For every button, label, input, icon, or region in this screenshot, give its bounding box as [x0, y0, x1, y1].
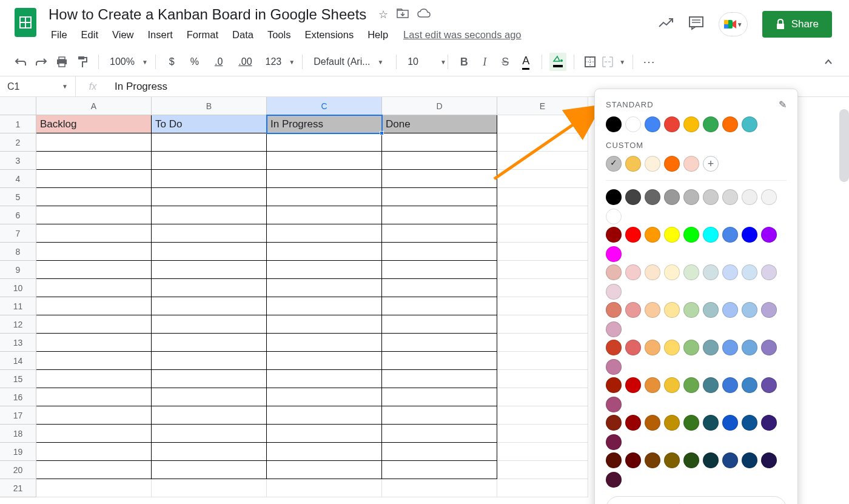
color-swatch[interactable]: [722, 264, 738, 280]
select-all-corner[interactable]: [0, 97, 36, 115]
color-swatch[interactable]: [761, 264, 777, 280]
color-swatch[interactable]: [606, 452, 622, 468]
color-swatch[interactable]: [606, 434, 622, 450]
color-swatch[interactable]: [664, 156, 680, 172]
color-swatch[interactable]: [703, 340, 719, 355]
color-swatch[interactable]: [742, 189, 757, 205]
color-swatch[interactable]: [761, 452, 777, 468]
cell[interactable]: [497, 261, 588, 279]
cell[interactable]: Done: [382, 115, 497, 133]
print-button[interactable]: [53, 53, 70, 71]
cell[interactable]: [36, 443, 152, 461]
color-swatch[interactable]: [683, 227, 699, 243]
cell[interactable]: [267, 243, 382, 261]
cloud-icon[interactable]: [417, 8, 431, 21]
cell[interactable]: [382, 152, 497, 170]
color-swatch[interactable]: [742, 415, 757, 431]
color-swatch[interactable]: [645, 116, 660, 132]
cell[interactable]: [36, 243, 152, 261]
zoom-select[interactable]: 100%▼: [106, 56, 148, 67]
color-swatch[interactable]: [742, 302, 757, 318]
fill-color-button[interactable]: [549, 53, 566, 71]
color-swatch[interactable]: [625, 415, 641, 431]
cell[interactable]: [497, 370, 588, 388]
color-swatch[interactable]: [606, 359, 622, 375]
cell[interactable]: [267, 224, 382, 243]
cell[interactable]: [267, 479, 382, 497]
cell[interactable]: [267, 352, 382, 370]
cell[interactable]: [267, 388, 382, 406]
row-header[interactable]: 5: [0, 188, 36, 206]
color-swatch[interactable]: [625, 156, 641, 172]
cell[interactable]: [36, 425, 152, 443]
cell[interactable]: [382, 133, 497, 152]
color-swatch[interactable]: [683, 302, 699, 318]
cell[interactable]: To Do: [152, 115, 267, 133]
cell[interactable]: [36, 224, 152, 243]
color-swatch[interactable]: [606, 415, 622, 431]
menu-view[interactable]: View: [106, 27, 139, 43]
color-swatch[interactable]: [645, 264, 660, 280]
cell[interactable]: [497, 352, 588, 370]
color-swatch[interactable]: [703, 452, 719, 468]
vertical-scrollbar[interactable]: [839, 109, 849, 182]
color-swatch[interactable]: [664, 189, 680, 205]
text-color-button[interactable]: A: [517, 53, 534, 71]
cell[interactable]: [382, 334, 497, 352]
cell[interactable]: [382, 352, 497, 370]
color-swatch[interactable]: [683, 377, 699, 393]
color-swatch[interactable]: [742, 227, 757, 243]
cell[interactable]: [497, 243, 588, 261]
cell[interactable]: [382, 279, 497, 297]
cell[interactable]: [382, 206, 497, 224]
color-swatch[interactable]: [761, 415, 777, 431]
color-swatch[interactable]: [722, 227, 738, 243]
cell[interactable]: [267, 461, 382, 479]
cell[interactable]: [497, 461, 588, 479]
cell[interactable]: Backlog: [36, 115, 152, 133]
cell[interactable]: [152, 425, 267, 443]
color-swatch[interactable]: [683, 189, 699, 205]
share-button[interactable]: Share: [762, 11, 832, 38]
color-swatch[interactable]: [645, 156, 660, 172]
row-header[interactable]: 19: [0, 443, 36, 461]
color-swatch[interactable]: [703, 302, 719, 318]
cell[interactable]: [36, 461, 152, 479]
cell[interactable]: [152, 315, 267, 334]
cell[interactable]: [152, 243, 267, 261]
color-swatch[interactable]: [761, 189, 777, 205]
color-swatch[interactable]: [664, 264, 680, 280]
color-swatch[interactable]: [703, 264, 719, 280]
color-swatch[interactable]: [606, 340, 622, 355]
cell[interactable]: [497, 406, 588, 425]
menu-insert[interactable]: Insert: [142, 27, 179, 43]
row-header[interactable]: 12: [0, 315, 36, 334]
cell[interactable]: [267, 425, 382, 443]
cell[interactable]: [497, 115, 588, 133]
row-header[interactable]: 16: [0, 388, 36, 406]
menu-help[interactable]: Help: [361, 27, 394, 43]
cell[interactable]: [36, 188, 152, 206]
menu-tools[interactable]: Tools: [261, 27, 297, 43]
cell[interactable]: [36, 279, 152, 297]
cell[interactable]: [497, 479, 588, 497]
color-swatch[interactable]: [606, 246, 622, 262]
color-swatch[interactable]: [606, 116, 622, 132]
color-swatch[interactable]: [645, 189, 660, 205]
cell[interactable]: [152, 443, 267, 461]
increase-decimal-button[interactable]: .00: [232, 53, 258, 71]
cell[interactable]: [382, 243, 497, 261]
color-swatch[interactable]: [625, 189, 641, 205]
cell[interactable]: [497, 224, 588, 243]
color-swatch[interactable]: [645, 227, 660, 243]
color-swatch[interactable]: [703, 377, 719, 393]
cell[interactable]: [267, 315, 382, 334]
color-swatch[interactable]: [606, 302, 622, 318]
trend-icon[interactable]: [658, 17, 674, 32]
row-header[interactable]: 18: [0, 425, 36, 443]
color-swatch[interactable]: [645, 452, 660, 468]
color-swatch[interactable]: [645, 377, 660, 393]
color-swatch[interactable]: [683, 452, 699, 468]
color-swatch[interactable]: [742, 377, 757, 393]
color-swatch[interactable]: [625, 340, 641, 355]
